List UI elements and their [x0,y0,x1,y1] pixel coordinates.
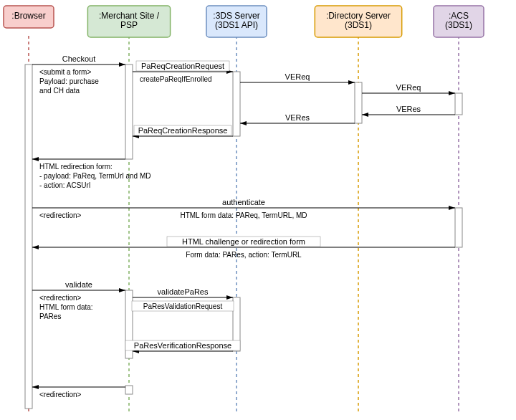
svg-text::ACS(3DS1): :ACS(3DS1) [445,11,472,30]
message-label: validate [65,280,92,289]
svg-text::3DS Server(3DS1 API): :3DS Server(3DS1 API) [213,11,259,30]
message-label: validatePaRes [158,287,209,296]
message-label: PaResVerificationResponse [134,341,231,350]
sequence-diagram: :Browser:Merchant Site /PSP:3DS Server(3… [0,0,516,420]
message-label: authenticate [222,198,265,206]
svg-text:HTML form data: PAReq, TermURL: HTML form data: PAReq, TermURL, MD [180,211,307,219]
activation-merchant [125,65,133,159]
activation-merchant [125,386,133,394]
message-label: VERes [285,113,310,122]
message-label: PaReqCreationResponse [138,126,228,135]
svg-text:HTML redirection form:- payloa: HTML redirection form:- payload: PaReq, … [39,163,150,189]
activation-acs [455,208,462,247]
message-label: HTML challenge or redirection form [182,237,305,246]
activation-ds [355,82,362,123]
svg-text:<redirection>: <redirection> [39,391,82,398]
svg-text::Browser: :Browser [11,11,45,21]
svg-text:PaResValidationRequest: PaResValidationRequest [143,302,223,310]
activation-browser [25,65,32,409]
svg-text:<redirection>: <redirection> [39,211,82,219]
svg-text:createPaReqIfEnrolled: createPaReqIfEnrolled [140,75,212,83]
message-label: VEReq [285,72,310,81]
svg-text:<submit a form>Payload: purcha: <submit a form>Payload: purchaseand CH d… [39,68,99,95]
activation-3dss [233,72,240,136]
svg-text:Form data: PARes, action: Term: Form data: PARes, action: TermURL [186,251,302,259]
message-label: PaReqCreationRequest [141,62,224,70]
activation-acs [455,93,462,115]
message-label: Checkout [62,54,95,63]
svg-text:<redirection>HTML form data:PA: <redirection>HTML form data:PARes [39,294,93,320]
message-label: VEReq [396,83,421,92]
message-label: VERes [396,105,421,113]
